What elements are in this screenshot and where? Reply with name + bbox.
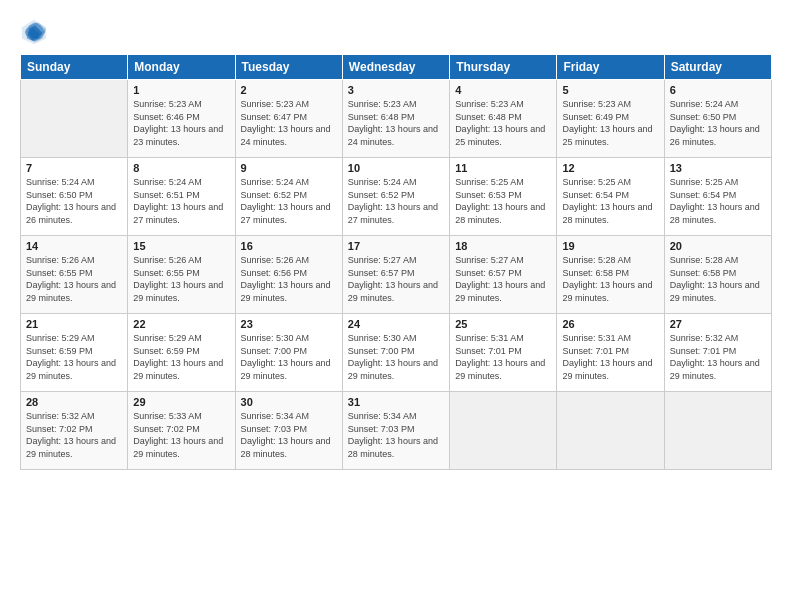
day-number: 18 [455, 240, 551, 252]
cell-1-3: 2 Sunrise: 5:23 AMSunset: 6:47 PMDayligh… [235, 80, 342, 158]
cell-info: Sunrise: 5:30 AMSunset: 7:00 PMDaylight:… [241, 333, 331, 381]
header [20, 18, 772, 46]
col-header-monday: Monday [128, 55, 235, 80]
page: SundayMondayTuesdayWednesdayThursdayFrid… [0, 0, 792, 612]
cell-3-1: 14 Sunrise: 5:26 AMSunset: 6:55 PMDaylig… [21, 236, 128, 314]
cell-3-6: 19 Sunrise: 5:28 AMSunset: 6:58 PMDaylig… [557, 236, 664, 314]
day-number: 17 [348, 240, 444, 252]
cell-info: Sunrise: 5:30 AMSunset: 7:00 PMDaylight:… [348, 333, 438, 381]
cell-2-3: 9 Sunrise: 5:24 AMSunset: 6:52 PMDayligh… [235, 158, 342, 236]
cell-info: Sunrise: 5:33 AMSunset: 7:02 PMDaylight:… [133, 411, 223, 459]
cell-info: Sunrise: 5:26 AMSunset: 6:55 PMDaylight:… [26, 255, 116, 303]
cell-info: Sunrise: 5:24 AMSunset: 6:52 PMDaylight:… [241, 177, 331, 225]
col-header-sunday: Sunday [21, 55, 128, 80]
cell-info: Sunrise: 5:28 AMSunset: 6:58 PMDaylight:… [670, 255, 760, 303]
cell-info: Sunrise: 5:27 AMSunset: 6:57 PMDaylight:… [455, 255, 545, 303]
cell-3-3: 16 Sunrise: 5:26 AMSunset: 6:56 PMDaylig… [235, 236, 342, 314]
cell-info: Sunrise: 5:23 AMSunset: 6:48 PMDaylight:… [348, 99, 438, 147]
cell-info: Sunrise: 5:34 AMSunset: 7:03 PMDaylight:… [241, 411, 331, 459]
cell-1-7: 6 Sunrise: 5:24 AMSunset: 6:50 PMDayligh… [664, 80, 771, 158]
cell-4-7: 27 Sunrise: 5:32 AMSunset: 7:01 PMDaylig… [664, 314, 771, 392]
day-number: 3 [348, 84, 444, 96]
cell-info: Sunrise: 5:25 AMSunset: 6:54 PMDaylight:… [670, 177, 760, 225]
day-number: 1 [133, 84, 229, 96]
cell-info: Sunrise: 5:23 AMSunset: 6:48 PMDaylight:… [455, 99, 545, 147]
cell-5-1: 28 Sunrise: 5:32 AMSunset: 7:02 PMDaylig… [21, 392, 128, 470]
col-header-tuesday: Tuesday [235, 55, 342, 80]
week-row-4: 21 Sunrise: 5:29 AMSunset: 6:59 PMDaylig… [21, 314, 772, 392]
cell-4-2: 22 Sunrise: 5:29 AMSunset: 6:59 PMDaylig… [128, 314, 235, 392]
cell-info: Sunrise: 5:27 AMSunset: 6:57 PMDaylight:… [348, 255, 438, 303]
cell-info: Sunrise: 5:24 AMSunset: 6:52 PMDaylight:… [348, 177, 438, 225]
col-header-friday: Friday [557, 55, 664, 80]
cell-info: Sunrise: 5:24 AMSunset: 6:51 PMDaylight:… [133, 177, 223, 225]
day-number: 29 [133, 396, 229, 408]
cell-2-2: 8 Sunrise: 5:24 AMSunset: 6:51 PMDayligh… [128, 158, 235, 236]
cell-5-6 [557, 392, 664, 470]
day-number: 30 [241, 396, 337, 408]
day-number: 25 [455, 318, 551, 330]
week-row-5: 28 Sunrise: 5:32 AMSunset: 7:02 PMDaylig… [21, 392, 772, 470]
day-number: 19 [562, 240, 658, 252]
day-number: 15 [133, 240, 229, 252]
cell-5-7 [664, 392, 771, 470]
cell-4-1: 21 Sunrise: 5:29 AMSunset: 6:59 PMDaylig… [21, 314, 128, 392]
calendar-table: SundayMondayTuesdayWednesdayThursdayFrid… [20, 54, 772, 470]
cell-5-2: 29 Sunrise: 5:33 AMSunset: 7:02 PMDaylig… [128, 392, 235, 470]
day-number: 8 [133, 162, 229, 174]
cell-info: Sunrise: 5:23 AMSunset: 6:49 PMDaylight:… [562, 99, 652, 147]
cell-5-4: 31 Sunrise: 5:34 AMSunset: 7:03 PMDaylig… [342, 392, 449, 470]
cell-1-6: 5 Sunrise: 5:23 AMSunset: 6:49 PMDayligh… [557, 80, 664, 158]
logo [20, 18, 52, 46]
cell-info: Sunrise: 5:24 AMSunset: 6:50 PMDaylight:… [670, 99, 760, 147]
cell-2-1: 7 Sunrise: 5:24 AMSunset: 6:50 PMDayligh… [21, 158, 128, 236]
cell-3-4: 17 Sunrise: 5:27 AMSunset: 6:57 PMDaylig… [342, 236, 449, 314]
day-number: 6 [670, 84, 766, 96]
day-number: 20 [670, 240, 766, 252]
cell-1-5: 4 Sunrise: 5:23 AMSunset: 6:48 PMDayligh… [450, 80, 557, 158]
day-number: 10 [348, 162, 444, 174]
day-number: 24 [348, 318, 444, 330]
cell-4-4: 24 Sunrise: 5:30 AMSunset: 7:00 PMDaylig… [342, 314, 449, 392]
day-number: 21 [26, 318, 122, 330]
cell-info: Sunrise: 5:32 AMSunset: 7:02 PMDaylight:… [26, 411, 116, 459]
day-number: 12 [562, 162, 658, 174]
day-number: 23 [241, 318, 337, 330]
cell-4-3: 23 Sunrise: 5:30 AMSunset: 7:00 PMDaylig… [235, 314, 342, 392]
cell-1-4: 3 Sunrise: 5:23 AMSunset: 6:48 PMDayligh… [342, 80, 449, 158]
cell-2-7: 13 Sunrise: 5:25 AMSunset: 6:54 PMDaylig… [664, 158, 771, 236]
cell-2-4: 10 Sunrise: 5:24 AMSunset: 6:52 PMDaylig… [342, 158, 449, 236]
cell-3-7: 20 Sunrise: 5:28 AMSunset: 6:58 PMDaylig… [664, 236, 771, 314]
cell-info: Sunrise: 5:32 AMSunset: 7:01 PMDaylight:… [670, 333, 760, 381]
day-number: 11 [455, 162, 551, 174]
day-number: 5 [562, 84, 658, 96]
day-number: 28 [26, 396, 122, 408]
cell-info: Sunrise: 5:29 AMSunset: 6:59 PMDaylight:… [133, 333, 223, 381]
day-number: 16 [241, 240, 337, 252]
day-number: 2 [241, 84, 337, 96]
cell-3-5: 18 Sunrise: 5:27 AMSunset: 6:57 PMDaylig… [450, 236, 557, 314]
cell-info: Sunrise: 5:31 AMSunset: 7:01 PMDaylight:… [562, 333, 652, 381]
day-number: 7 [26, 162, 122, 174]
day-number: 27 [670, 318, 766, 330]
col-header-wednesday: Wednesday [342, 55, 449, 80]
cell-info: Sunrise: 5:31 AMSunset: 7:01 PMDaylight:… [455, 333, 545, 381]
col-header-saturday: Saturday [664, 55, 771, 80]
day-number: 9 [241, 162, 337, 174]
week-row-1: 1 Sunrise: 5:23 AMSunset: 6:46 PMDayligh… [21, 80, 772, 158]
cell-2-6: 12 Sunrise: 5:25 AMSunset: 6:54 PMDaylig… [557, 158, 664, 236]
cell-info: Sunrise: 5:23 AMSunset: 6:46 PMDaylight:… [133, 99, 223, 147]
cell-3-2: 15 Sunrise: 5:26 AMSunset: 6:55 PMDaylig… [128, 236, 235, 314]
cell-info: Sunrise: 5:24 AMSunset: 6:50 PMDaylight:… [26, 177, 116, 225]
cell-1-2: 1 Sunrise: 5:23 AMSunset: 6:46 PMDayligh… [128, 80, 235, 158]
day-number: 26 [562, 318, 658, 330]
cell-5-3: 30 Sunrise: 5:34 AMSunset: 7:03 PMDaylig… [235, 392, 342, 470]
cell-info: Sunrise: 5:23 AMSunset: 6:47 PMDaylight:… [241, 99, 331, 147]
cell-info: Sunrise: 5:26 AMSunset: 6:56 PMDaylight:… [241, 255, 331, 303]
day-number: 14 [26, 240, 122, 252]
header-row: SundayMondayTuesdayWednesdayThursdayFrid… [21, 55, 772, 80]
day-number: 13 [670, 162, 766, 174]
col-header-thursday: Thursday [450, 55, 557, 80]
day-number: 22 [133, 318, 229, 330]
cell-info: Sunrise: 5:28 AMSunset: 6:58 PMDaylight:… [562, 255, 652, 303]
